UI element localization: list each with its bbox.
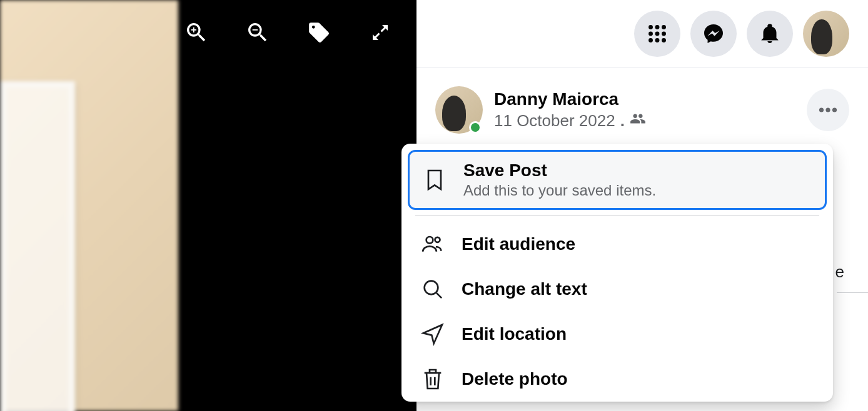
post-info: Danny Maiorca 11 October 2022 .: [494, 89, 646, 131]
online-status-dot: [469, 121, 482, 134]
svg-point-13: [435, 237, 440, 242]
obscured-text-fragment: e: [835, 262, 844, 282]
photo-content: [0, 0, 178, 411]
menu-item-change-alt-text[interactable]: Change alt text: [408, 267, 827, 312]
svg-point-7: [655, 38, 660, 42]
fullscreen-button[interactable]: [365, 17, 395, 47]
menu-grid-button[interactable]: [634, 11, 680, 57]
svg-point-5: [662, 31, 666, 36]
notifications-button[interactable]: [747, 11, 793, 57]
menu-item-edit-audience[interactable]: Edit audience: [408, 222, 827, 267]
obscured-divider: [837, 292, 868, 293]
menu-item-title: Change alt text: [462, 279, 815, 299]
post-options-menu: Save Post Add this to your saved items. …: [401, 144, 833, 402]
menu-item-subtitle: Add this to your saved items.: [463, 182, 814, 199]
post-author-avatar[interactable]: [435, 86, 483, 134]
post-author-name[interactable]: Danny Maiorca: [494, 89, 646, 109]
svg-point-11: [832, 107, 837, 112]
friends-icon[interactable]: [630, 111, 646, 131]
svg-point-8: [662, 38, 666, 42]
menu-divider: [415, 215, 819, 215]
post-date[interactable]: 11 October 2022: [494, 111, 615, 131]
messenger-button[interactable]: [690, 11, 737, 57]
trash-icon: [419, 365, 447, 393]
svg-point-12: [426, 237, 433, 244]
zoom-out-button[interactable]: [243, 17, 273, 47]
menu-item-save-post[interactable]: Save Post Add this to your saved items.: [408, 150, 827, 210]
post-header: Danny Maiorca 11 October 2022 .: [416, 67, 868, 134]
svg-point-2: [662, 25, 666, 29]
tag-button[interactable]: [304, 17, 334, 47]
bookmark-icon: [421, 166, 448, 194]
svg-point-10: [825, 107, 830, 112]
menu-item-edit-location[interactable]: Edit location: [408, 312, 827, 357]
menu-item-title: Delete photo: [462, 369, 815, 389]
svg-point-0: [648, 25, 653, 29]
svg-point-6: [648, 38, 653, 42]
svg-point-14: [425, 281, 438, 295]
location-arrow-icon: [419, 320, 447, 348]
svg-point-4: [655, 31, 660, 36]
meta-separator: .: [620, 111, 625, 131]
search-icon: [419, 275, 447, 303]
menu-item-title: Edit audience: [462, 234, 815, 254]
svg-point-3: [648, 31, 653, 36]
account-avatar-button[interactable]: [803, 11, 849, 57]
post-more-button[interactable]: [807, 89, 849, 131]
audience-icon: [419, 230, 447, 258]
photo-toolbar: [181, 17, 395, 47]
menu-item-delete-photo[interactable]: Delete photo: [408, 357, 827, 402]
svg-point-9: [819, 107, 824, 112]
svg-point-1: [655, 25, 660, 29]
photo-viewer: [0, 0, 416, 411]
zoom-in-button[interactable]: [181, 17, 211, 47]
menu-item-title: Edit location: [462, 324, 815, 344]
top-nav-bar: [416, 0, 868, 67]
menu-item-title: Save Post: [463, 161, 814, 181]
post-meta: 11 October 2022 .: [494, 111, 646, 131]
